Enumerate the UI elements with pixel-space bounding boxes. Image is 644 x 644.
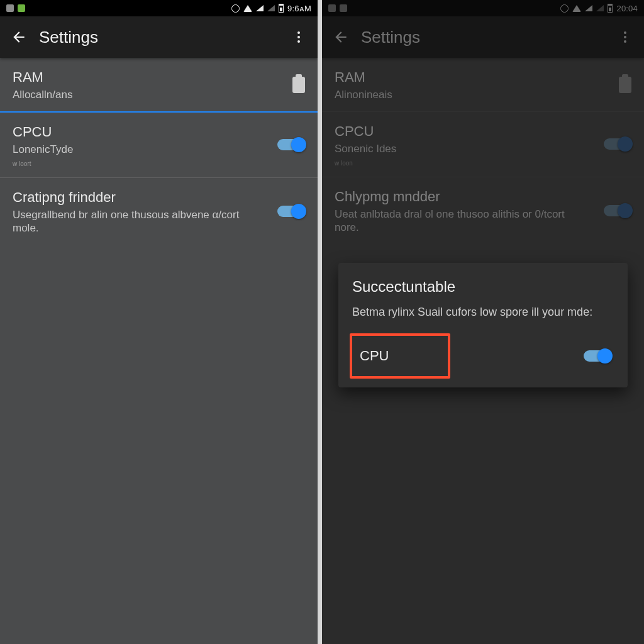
battery-icon xyxy=(279,4,284,13)
wifi-icon xyxy=(572,5,581,12)
setting-row-ram[interactable]: RAM Alinonineais xyxy=(322,58,644,112)
notif-icon xyxy=(340,4,347,12)
setting-subtitle: Usegrallbend br alin one thusous albvene… xyxy=(13,208,241,235)
dialog-body: Betma rylinx Suail cufors low spore ill … xyxy=(352,304,614,319)
settings-list: RAM Allocalln/ans CPCU LonenicTyde w loo… xyxy=(0,58,318,245)
toggle-switch[interactable] xyxy=(277,139,305,150)
setting-row-cpu[interactable]: CPCU Sonenic Ides w loon xyxy=(322,112,644,177)
arrow-back-icon xyxy=(333,29,349,45)
wifi-icon xyxy=(243,5,252,12)
setting-title: CPCU xyxy=(13,124,305,140)
setting-note: w loon xyxy=(335,160,631,167)
setting-title: RAM xyxy=(335,69,631,86)
clipboard-icon xyxy=(292,77,305,93)
dialog-option-cpu[interactable]: CPU xyxy=(352,336,614,376)
signal-icon xyxy=(585,5,592,11)
setting-row-finder[interactable]: Chlypmg mndder Ueat anlbtada dral ol one… xyxy=(322,177,644,245)
status-bar: 9:6ᴀM xyxy=(0,0,318,16)
overflow-menu-button[interactable] xyxy=(287,26,310,48)
app-bar: Settings xyxy=(0,16,318,58)
settings-list: RAM Alinonineais CPCU Sonenic Ides w loo… xyxy=(322,58,644,244)
dialog-option-label: CPU xyxy=(352,348,389,364)
setting-row-finder[interactable]: Cratipng frindder Usegrallbend br alin o… xyxy=(0,178,318,245)
toggle-switch[interactable] xyxy=(584,350,611,362)
status-circle-icon xyxy=(231,4,240,13)
setting-row-ram[interactable]: RAM Allocalln/ans xyxy=(0,58,318,113)
battery-icon xyxy=(608,4,613,13)
app-bar: Settings xyxy=(322,16,644,58)
clipboard-icon xyxy=(619,77,631,93)
signal-icon xyxy=(256,5,264,11)
back-button[interactable] xyxy=(8,26,30,48)
back-button[interactable] xyxy=(330,26,352,48)
setting-subtitle: Alinonineais xyxy=(335,88,566,101)
page-title: Settings xyxy=(39,28,287,47)
page-title: Settings xyxy=(361,28,614,47)
status-time: 9:6ᴀM xyxy=(287,4,311,13)
status-time: 20:04 xyxy=(616,4,638,13)
arrow-back-icon xyxy=(11,29,27,45)
setting-subtitle: LonenicTyde xyxy=(13,143,241,156)
setting-row-cpu[interactable]: CPCU LonenicTyde w loort xyxy=(0,113,318,177)
toggle-switch[interactable] xyxy=(277,206,305,217)
overflow-menu-button[interactable] xyxy=(614,26,636,48)
toggle-switch[interactable] xyxy=(604,205,631,216)
phone-screen-left: 9:6ᴀM Settings RAM Allocalln/ans CPCU Lo… xyxy=(0,0,318,644)
dialog-title: Succectuntable xyxy=(352,278,614,296)
notif-icon xyxy=(6,4,14,12)
notif-icon xyxy=(18,4,25,12)
setting-title: CPCU xyxy=(335,123,631,140)
signal-icon xyxy=(267,5,275,11)
setting-subtitle: Ueat anlbtada dral ol one thusoo alithis… xyxy=(335,208,566,235)
setting-note: w loort xyxy=(13,160,305,167)
setting-title: Cratipng frindder xyxy=(13,189,305,206)
phone-screen-right: 20:04 Settings RAM Alinonineais CPCU Son… xyxy=(322,0,644,644)
setting-subtitle: Sonenic Ides xyxy=(335,142,566,155)
dialog: Succectuntable Betma rylinx Suail cufors… xyxy=(338,263,628,387)
setting-subtitle: Allocalln/ans xyxy=(13,88,241,101)
toggle-switch[interactable] xyxy=(604,138,631,150)
setting-title: RAM xyxy=(13,69,305,86)
setting-title: Chlypmg mndder xyxy=(335,189,631,205)
signal-icon xyxy=(596,5,604,11)
status-circle-icon xyxy=(560,4,569,13)
notif-icon xyxy=(328,4,336,12)
pane-divider xyxy=(318,0,322,644)
status-bar: 20:04 xyxy=(322,0,644,16)
